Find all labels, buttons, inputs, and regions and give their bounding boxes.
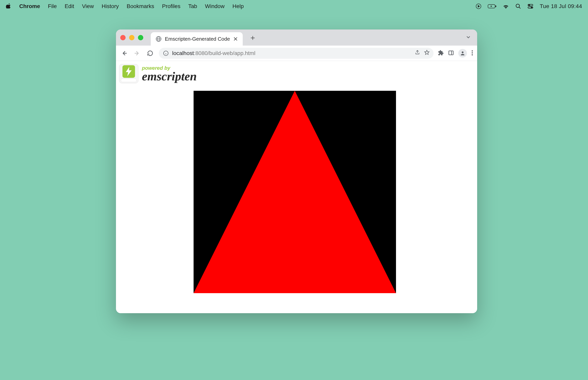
emscripten-logo-icon [119, 64, 138, 83]
browser-toolbar: localhost:8080/build-web/app.html [116, 46, 477, 61]
tab-title: Emscripten-Generated Code [165, 36, 230, 42]
macos-menubar: Chrome File Edit View History Bookmarks … [0, 0, 588, 13]
emscripten-name-text: emscripten [142, 71, 197, 82]
menubar-clock[interactable]: Tue 18 Jul 09:44 [540, 3, 582, 9]
tab-search-chevron-icon[interactable] [465, 34, 471, 41]
tab-favicon-globe-icon [155, 36, 162, 42]
page-content: powered by emscripten [116, 61, 477, 313]
menubar-item-file[interactable]: File [48, 3, 57, 9]
menubar-item-tab[interactable]: Tab [188, 3, 197, 9]
window-minimize-button[interactable] [129, 35, 134, 40]
webgl-canvas[interactable] [194, 91, 396, 293]
menubar-item-view[interactable]: View [82, 3, 94, 9]
extensions-icon[interactable] [438, 50, 444, 57]
menubar-item-help[interactable]: Help [232, 3, 244, 9]
tab-strip: Emscripten-Generated Code ✕ ＋ [116, 29, 477, 46]
media-icon[interactable] [475, 3, 481, 9]
new-tab-button[interactable]: ＋ [248, 33, 258, 42]
menubar-right: Tue 18 Jul 09:44 [475, 3, 582, 9]
menubar-left: Chrome File Edit View History Bookmarks … [6, 3, 244, 10]
window-close-button[interactable] [120, 35, 126, 40]
svg-point-19 [472, 52, 473, 53]
emscripten-header: powered by emscripten [119, 64, 197, 83]
share-icon[interactable] [415, 50, 420, 57]
svg-line-4 [519, 7, 521, 9]
menubar-item-profiles[interactable]: Profiles [162, 3, 180, 9]
browser-window: Emscripten-Generated Code ✕ ＋ localhost:… [116, 29, 477, 313]
svg-rect-2 [495, 5, 496, 7]
wifi-icon[interactable] [503, 4, 509, 9]
tab-close-button[interactable]: ✕ [233, 36, 238, 42]
toolbar-right-cluster [438, 49, 473, 57]
red-triangle-shape [194, 91, 396, 293]
sidepanel-icon[interactable] [448, 50, 454, 57]
menubar-item-window[interactable]: Window [205, 3, 225, 9]
svg-point-3 [516, 4, 520, 8]
menubar-item-bookmarks[interactable]: Bookmarks [127, 3, 154, 9]
svg-rect-15 [449, 51, 453, 55]
profile-avatar[interactable] [458, 49, 467, 57]
url-text: localhost:8080/build-web/app.html [172, 50, 255, 57]
url-bar[interactable]: localhost:8080/build-web/app.html [159, 48, 434, 59]
nav-reload-button[interactable] [146, 49, 154, 57]
window-zoom-button[interactable] [138, 35, 143, 40]
browser-tab[interactable]: Emscripten-Generated Code ✕ [151, 32, 243, 46]
apple-menu-icon[interactable] [6, 3, 11, 10]
control-center-icon[interactable] [528, 4, 533, 9]
svg-point-8 [531, 7, 532, 8]
site-info-icon[interactable] [163, 50, 169, 57]
svg-point-20 [472, 54, 473, 55]
svg-point-17 [462, 51, 463, 53]
menubar-app-name[interactable]: Chrome [19, 3, 40, 9]
traffic-lights [120, 35, 143, 40]
menubar-item-edit[interactable]: Edit [65, 3, 74, 9]
emscripten-wordmark: powered by emscripten [142, 65, 197, 82]
svg-point-7 [529, 4, 530, 5]
spotlight-icon[interactable] [515, 3, 521, 9]
bookmark-star-icon[interactable] [424, 50, 430, 57]
svg-point-18 [472, 50, 473, 51]
nav-forward-button[interactable] [133, 49, 141, 57]
nav-back-button[interactable] [120, 49, 129, 57]
url-path: :8080/build-web/app.html [194, 50, 255, 56]
menubar-item-history[interactable]: History [102, 3, 119, 9]
url-host: localhost [172, 50, 194, 56]
overflow-menu-icon[interactable] [471, 50, 473, 57]
battery-icon[interactable] [488, 4, 496, 9]
